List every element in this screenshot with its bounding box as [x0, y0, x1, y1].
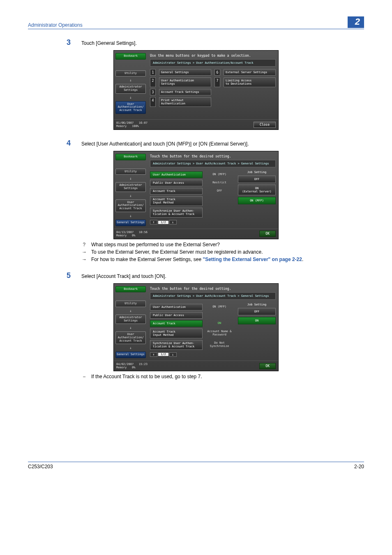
- utility-button[interactable]: Utility: [115, 301, 146, 307]
- utility-button[interactable]: Utility: [115, 169, 146, 175]
- step-number: 5: [67, 271, 81, 280]
- on-external-server-option-button[interactable]: ON (External Server): [238, 185, 276, 195]
- footer-page-number: 2-20: [354, 464, 364, 469]
- note-prefix: For how to make the External Server Sett…: [91, 257, 203, 262]
- step-text: Touch [General Settings].: [81, 40, 137, 46]
- ok-button[interactable]: OK: [259, 363, 276, 369]
- page-header: Administrator Operations 2: [28, 16, 364, 29]
- chevron-down-icon: ↓: [115, 214, 146, 218]
- step-number: 3: [67, 38, 81, 47]
- status-memory-value: 100%: [132, 125, 139, 128]
- admin-settings-button[interactable]: Administrator Settings: [115, 314, 146, 324]
- page-up-button[interactable]: ↑: [150, 220, 157, 224]
- screenshot-user-authentication: Bookmark Utility ↓ Administrator Setting…: [113, 151, 279, 239]
- user-authentication-value: ON (MFP): [204, 171, 235, 178]
- chevron-down-icon: ↓: [115, 326, 146, 330]
- sync-user-auth-account-row[interactable]: Synchronize User Authen- tication & Acco…: [150, 208, 203, 217]
- account-track-row[interactable]: Account Track: [150, 320, 203, 327]
- step-5-subnote: – If the Account Track is not to be used…: [81, 374, 364, 379]
- general-settings-button[interactable]: General Settings: [159, 69, 211, 76]
- page-down-button[interactable]: ↓: [169, 352, 177, 357]
- close-button[interactable]: Close: [254, 122, 276, 128]
- user-authentication-row[interactable]: User Authentication: [150, 304, 203, 310]
- step-number: 4: [67, 139, 81, 148]
- ok-button[interactable]: OK: [259, 231, 276, 237]
- chevron-down-icon: ↓: [115, 176, 146, 180]
- answer-text: For how to make the External Server Sett…: [91, 257, 303, 262]
- chapter-badge: 2: [348, 16, 364, 28]
- account-track-settings-button[interactable]: Account Track Settings: [159, 89, 211, 95]
- on-mfp-option-button[interactable]: ON (MFP): [238, 197, 276, 204]
- general-settings-crumb-button[interactable]: General Settings: [115, 352, 146, 358]
- status-memory-label: Memory: [116, 125, 127, 128]
- footer-model: C253/C203: [28, 464, 53, 469]
- page-down-button[interactable]: ↓: [169, 220, 177, 224]
- step-3: 3 Touch [General Settings].: [67, 38, 364, 47]
- chevron-down-icon: ↓: [115, 78, 146, 82]
- step-5: 5 Select [Account Track] and touch [ON].: [67, 271, 364, 280]
- step-4: 4 Select [User Authentication] and touch…: [67, 139, 364, 148]
- job-setting-label: Job Setting: [238, 303, 276, 306]
- screenshot-account-track: Bookmark Utility ↓ Administrator Setting…: [113, 283, 279, 372]
- empty-value: [204, 196, 235, 206]
- off-option-button[interactable]: OFF: [238, 176, 276, 183]
- bookmark-button[interactable]: Bookmark: [115, 154, 146, 160]
- external-server-setting-link[interactable]: "Setting the External Server" on page 2-…: [203, 257, 302, 262]
- status-info: 04/13/2007 10:56 Memory 0%: [116, 231, 148, 237]
- page-up-button[interactable]: ↑: [150, 352, 157, 357]
- on-option-button[interactable]: ON: [238, 317, 276, 324]
- dash-icon: –: [81, 374, 87, 379]
- bookmark-button[interactable]: Bookmark: [115, 286, 146, 293]
- screenshot-general-settings-menu: Bookmark Utility ↓ Administrator Setting…: [113, 50, 279, 130]
- page-footer: C253/C203 2-20: [28, 462, 364, 469]
- user-authentication-row[interactable]: User Authentication: [150, 171, 203, 178]
- off-option-button[interactable]: OFF: [238, 308, 276, 315]
- admin-settings-button[interactable]: Administrator Settings: [115, 84, 146, 93]
- breadcrumb: Administrator Settings > User Authentica…: [150, 59, 276, 67]
- prompt-text: Touch the button for the desired setting…: [150, 287, 276, 291]
- breadcrumb: Administrator Settings > User Auth/Accou…: [150, 292, 276, 300]
- external-server-settings-button[interactable]: External Server Settings: [224, 69, 276, 76]
- chevron-down-icon: ↓: [115, 194, 146, 198]
- chevron-down-icon: ↓: [115, 95, 146, 99]
- arrow-right-icon: →: [81, 257, 87, 262]
- user-auth-account-track-button[interactable]: User Authentication/ Account Track: [115, 331, 146, 344]
- prompt-text: Touch the button for the desired setting…: [150, 155, 276, 158]
- user-auth-account-track-button[interactable]: User Authentication/ Account Track: [115, 101, 146, 114]
- status-time: 16:07: [139, 121, 148, 125]
- answer-note-2: → For how to make the External Server Se…: [81, 257, 364, 262]
- page-indicator: 1/2: [158, 221, 168, 224]
- account-track-input-method-row[interactable]: Account Track Input Method: [150, 196, 203, 206]
- menu-index-2: 2: [150, 77, 156, 87]
- admin-settings-button[interactable]: Administrator Settings: [115, 182, 146, 192]
- sync-user-auth-account-row[interactable]: Synchronize User Authen- tication & Acco…: [150, 340, 203, 350]
- question-icon: ?: [81, 242, 87, 247]
- public-user-access-row[interactable]: Public User Access: [150, 312, 203, 319]
- general-settings-crumb-button[interactable]: General Settings: [115, 220, 146, 226]
- menu-index-6: 6: [214, 69, 220, 76]
- empty-value: [204, 208, 235, 217]
- status-memory-label: Memory: [116, 366, 127, 369]
- menu-index-4: 4: [150, 97, 156, 107]
- user-auth-settings-button[interactable]: User Authentication Settings: [159, 77, 211, 87]
- breadcrumb: Administrator Settings > User Auth/Accou…: [150, 160, 276, 167]
- menu-index-7: 7: [214, 77, 220, 87]
- limiting-access-button[interactable]: Limiting Access to Destinations: [224, 77, 276, 87]
- status-memory-value: 0%: [132, 366, 135, 369]
- status-time: 10:56: [139, 231, 148, 234]
- status-date: 01/06/2007: [116, 121, 134, 125]
- user-authentication-value: ON (MFP): [204, 304, 235, 310]
- bookmark-button[interactable]: Bookmark: [115, 53, 146, 60]
- print-without-auth-button[interactable]: Print without Authentication: [159, 97, 211, 107]
- account-track-value: ON: [204, 320, 235, 327]
- menu-index-3: 3: [150, 89, 156, 95]
- account-track-input-method-row[interactable]: Account Track Input Method: [150, 328, 203, 338]
- utility-button[interactable]: Utility: [115, 70, 146, 77]
- answer-text: To use the External Server, the External…: [91, 249, 263, 255]
- status-date: 04/13/2007: [116, 231, 134, 234]
- status-info: 04/02/2007 15:23 Memory 0%: [116, 363, 148, 369]
- public-user-access-row[interactable]: Public User Access: [150, 180, 203, 186]
- account-track-row[interactable]: Account Track: [150, 188, 203, 194]
- user-auth-account-track-button[interactable]: User Authentication/ Account Track: [115, 199, 146, 212]
- question-text: What steps must be performed to use the …: [91, 242, 220, 247]
